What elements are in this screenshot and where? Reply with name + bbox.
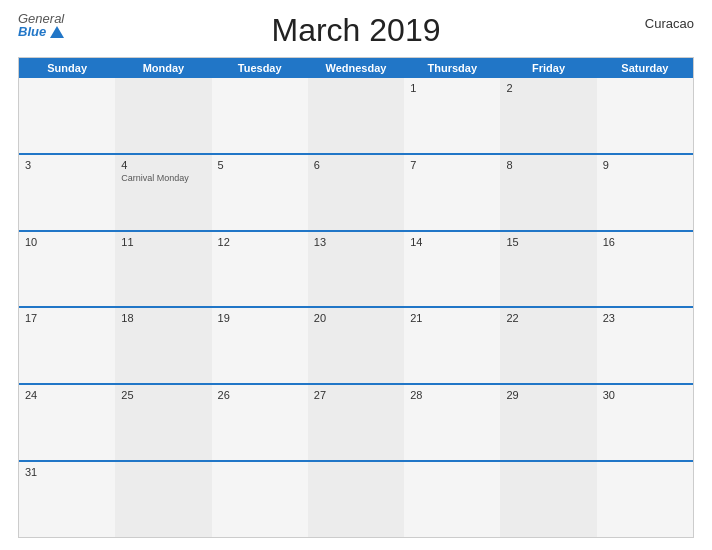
logo-blue-text: Blue: [18, 25, 64, 38]
calendar-cell: [500, 462, 596, 537]
calendar-cell: 7: [404, 155, 500, 230]
calendar-week: 24252627282930: [19, 383, 693, 460]
calendar-cell: [19, 78, 115, 153]
calendar-cell: 30: [597, 385, 693, 460]
calendar-cell: [212, 462, 308, 537]
day-number: 17: [25, 312, 109, 324]
calendar-cell: 2: [500, 78, 596, 153]
day-of-week-header: Saturday: [597, 58, 693, 78]
day-number: 30: [603, 389, 687, 401]
calendar-cell: [597, 78, 693, 153]
day-number: 28: [410, 389, 494, 401]
day-number: 8: [506, 159, 590, 171]
day-number: 3: [25, 159, 109, 171]
calendar-header-row: SundayMondayTuesdayWednesdayThursdayFrid…: [19, 58, 693, 78]
day-number: 25: [121, 389, 205, 401]
country-label: Curacao: [645, 16, 694, 31]
day-number: 9: [603, 159, 687, 171]
calendar-cell: 8: [500, 155, 596, 230]
calendar-cell: 23: [597, 308, 693, 383]
calendar-cell: 13: [308, 232, 404, 307]
calendar-week: 31: [19, 460, 693, 537]
day-number: 1: [410, 82, 494, 94]
calendar-cell: 4Carnival Monday: [115, 155, 211, 230]
calendar-cell: 3: [19, 155, 115, 230]
calendar-cell: [115, 78, 211, 153]
day-of-week-header: Wednesday: [308, 58, 404, 78]
calendar-cell: 18: [115, 308, 211, 383]
calendar-cell: 26: [212, 385, 308, 460]
day-number: 10: [25, 236, 109, 248]
calendar-cell: 19: [212, 308, 308, 383]
calendar-cell: 5: [212, 155, 308, 230]
day-number: 6: [314, 159, 398, 171]
day-number: 20: [314, 312, 398, 324]
calendar-week: 10111213141516: [19, 230, 693, 307]
day-number: 4: [121, 159, 205, 171]
calendar-cell: [308, 78, 404, 153]
calendar-cell: 25: [115, 385, 211, 460]
day-number: 19: [218, 312, 302, 324]
calendar-cell: 1: [404, 78, 500, 153]
day-number: 27: [314, 389, 398, 401]
day-number: 22: [506, 312, 590, 324]
calendar-cell: 14: [404, 232, 500, 307]
day-number: 21: [410, 312, 494, 324]
day-of-week-header: Sunday: [19, 58, 115, 78]
day-number: 18: [121, 312, 205, 324]
event-label: Carnival Monday: [121, 173, 205, 183]
day-of-week-header: Tuesday: [212, 58, 308, 78]
day-of-week-header: Monday: [115, 58, 211, 78]
calendar-cell: 21: [404, 308, 500, 383]
day-number: 24: [25, 389, 109, 401]
calendar-cell: 6: [308, 155, 404, 230]
day-number: 14: [410, 236, 494, 248]
logo: General Blue: [18, 12, 64, 38]
calendar-cell: [308, 462, 404, 537]
calendar-cell: [115, 462, 211, 537]
calendar-cell: 24: [19, 385, 115, 460]
day-number: 29: [506, 389, 590, 401]
day-number: 5: [218, 159, 302, 171]
calendar-week: 34Carnival Monday56789: [19, 153, 693, 230]
calendar-cell: 29: [500, 385, 596, 460]
day-of-week-header: Friday: [500, 58, 596, 78]
day-number: 31: [25, 466, 109, 478]
calendar-cell: 31: [19, 462, 115, 537]
calendar-cell: 10: [19, 232, 115, 307]
calendar-cell: 16: [597, 232, 693, 307]
day-number: 26: [218, 389, 302, 401]
calendar-week: 17181920212223: [19, 306, 693, 383]
day-number: 2: [506, 82, 590, 94]
calendar-cell: 22: [500, 308, 596, 383]
calendar-cell: 9: [597, 155, 693, 230]
calendar-cell: [597, 462, 693, 537]
calendar-cell: 27: [308, 385, 404, 460]
logo-triangle-icon: [50, 26, 64, 38]
calendar-header: General Blue March 2019 Curacao: [18, 12, 694, 49]
calendar-cell: 11: [115, 232, 211, 307]
day-number: 7: [410, 159, 494, 171]
day-number: 16: [603, 236, 687, 248]
calendar-cell: 20: [308, 308, 404, 383]
day-number: 15: [506, 236, 590, 248]
day-number: 12: [218, 236, 302, 248]
day-of-week-header: Thursday: [404, 58, 500, 78]
page: General Blue March 2019 Curacao SundayMo…: [0, 0, 712, 550]
calendar-cell: 15: [500, 232, 596, 307]
calendar-cell: [404, 462, 500, 537]
calendar: SundayMondayTuesdayWednesdayThursdayFrid…: [18, 57, 694, 538]
day-number: 11: [121, 236, 205, 248]
day-number: 13: [314, 236, 398, 248]
day-number: 23: [603, 312, 687, 324]
calendar-week: 12: [19, 78, 693, 153]
calendar-cell: 17: [19, 308, 115, 383]
calendar-cell: [212, 78, 308, 153]
calendar-cell: 28: [404, 385, 500, 460]
calendar-cell: 12: [212, 232, 308, 307]
calendar-title: March 2019: [272, 12, 441, 49]
calendar-body: 1234Carnival Monday567891011121314151617…: [19, 78, 693, 537]
